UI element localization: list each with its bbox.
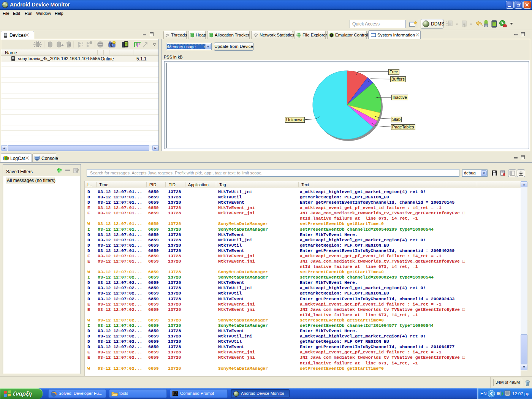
svg-text:C:\: C:\ [173, 392, 178, 395]
